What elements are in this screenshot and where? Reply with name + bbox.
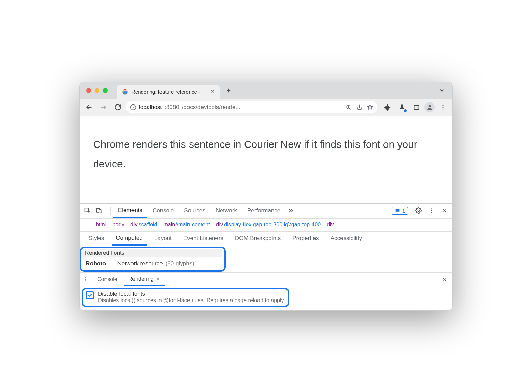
subtab-dom-breakpoints[interactable]: DOM Breakpoints bbox=[231, 231, 285, 246]
device-toolbar-icon[interactable] bbox=[94, 206, 104, 216]
tab-elements[interactable]: Elements bbox=[113, 203, 147, 218]
drawer-close-icon[interactable] bbox=[442, 277, 447, 282]
tab-performance[interactable]: Performance bbox=[242, 203, 285, 218]
breadcrumb-item[interactable]: div.scaffold bbox=[130, 222, 157, 228]
subtab-accessibility[interactable]: Accessibility bbox=[326, 231, 366, 246]
url-port: :8080 bbox=[165, 104, 179, 111]
url-host: localhost bbox=[139, 104, 162, 111]
subtab-properties[interactable]: Properties bbox=[288, 231, 323, 246]
font-source: Network resource bbox=[117, 260, 163, 267]
svg-point-8 bbox=[443, 109, 444, 110]
svg-point-18 bbox=[85, 280, 86, 281]
svg-rect-11 bbox=[99, 210, 101, 213]
svg-point-17 bbox=[85, 279, 86, 280]
devtools-settings-icon[interactable] bbox=[414, 206, 424, 216]
browser-tab[interactable]: Rendering: feature reference - bbox=[117, 85, 220, 99]
side-panel-icon[interactable] bbox=[410, 101, 422, 113]
breadcrumb-item[interactable]: div. bbox=[327, 222, 335, 228]
svg-point-5 bbox=[429, 105, 431, 107]
svg-point-13 bbox=[431, 208, 432, 209]
highlight-annotation: Disable local fonts Disables local() sou… bbox=[82, 288, 289, 307]
issues-count: 1 bbox=[402, 208, 405, 214]
tab-network[interactable]: Network bbox=[211, 203, 242, 218]
subtab-event-listeners[interactable]: Event Listeners bbox=[179, 231, 227, 246]
breadcrumb-item[interactable]: html bbox=[96, 222, 106, 227]
font-glyphs: (80 glyphs) bbox=[166, 260, 194, 267]
tab-sources[interactable]: Sources bbox=[179, 203, 210, 218]
devtools-menu-icon[interactable] bbox=[426, 206, 437, 216]
browser-window: Rendering: feature reference - localhost… bbox=[79, 82, 453, 311]
forward-button[interactable] bbox=[97, 101, 110, 113]
devtools-panel: Elements Console Sources Network Perform… bbox=[80, 203, 452, 310]
option-title: Disable local fonts bbox=[98, 291, 285, 297]
svg-point-6 bbox=[443, 105, 444, 106]
drawer-menu-icon[interactable] bbox=[83, 277, 88, 282]
tab-title: Rendering: feature reference - bbox=[131, 89, 207, 95]
bookmark-star-icon[interactable] bbox=[367, 104, 373, 110]
breadcrumb-item[interactable]: body bbox=[112, 222, 124, 227]
tab-strip: Rendering: feature reference - bbox=[80, 82, 452, 99]
site-info-icon[interactable] bbox=[130, 104, 136, 110]
subtab-computed[interactable]: Computed bbox=[112, 231, 146, 246]
rendered-fonts-title: Rendered Fonts bbox=[82, 249, 222, 257]
inspect-element-icon[interactable] bbox=[82, 206, 93, 216]
drawer-tab-console[interactable]: Console bbox=[93, 272, 122, 286]
chrome-favicon-icon bbox=[122, 89, 128, 95]
breadcrumb-overflow-right[interactable]: ⋯ bbox=[341, 222, 347, 228]
share-icon[interactable] bbox=[356, 104, 362, 110]
svg-point-1 bbox=[124, 91, 126, 93]
reload-button[interactable] bbox=[112, 101, 124, 113]
zoom-icon[interactable] bbox=[346, 104, 352, 110]
font-name: Roboto bbox=[86, 260, 106, 267]
svg-rect-4 bbox=[414, 105, 419, 110]
svg-point-7 bbox=[443, 107, 444, 108]
address-bar[interactable]: localhost:8080/docs/devtools/rende... bbox=[126, 101, 377, 113]
tab-console[interactable]: Console bbox=[148, 203, 179, 218]
maximize-window-button[interactable] bbox=[103, 88, 108, 93]
profile-avatar[interactable] bbox=[424, 102, 435, 112]
rendered-font-row: Roboto — Network resource (80 glyphs) bbox=[82, 257, 222, 270]
close-window-button[interactable] bbox=[86, 88, 91, 93]
issues-badge[interactable]: 1 bbox=[392, 207, 408, 215]
devtools-close-icon[interactable] bbox=[439, 206, 450, 216]
breadcrumb-item[interactable]: div.display-flex.gap-top-300.lg\:gap-top… bbox=[216, 222, 321, 228]
elements-subtabs: Styles Computed Layout Event Listeners D… bbox=[80, 232, 452, 246]
subtab-styles[interactable]: Styles bbox=[84, 231, 108, 246]
drawer-tabs: Console Rendering bbox=[80, 273, 452, 286]
more-tabs-icon[interactable] bbox=[286, 206, 296, 216]
chrome-menu-icon[interactable] bbox=[437, 101, 449, 113]
disable-local-fonts-checkbox[interactable] bbox=[86, 291, 94, 299]
rendered-fonts-section: Rendered Fonts Roboto — Network resource… bbox=[80, 246, 452, 273]
browser-toolbar: localhost:8080/docs/devtools/rende... bbox=[80, 99, 452, 116]
breadcrumb-item[interactable]: main#main-content bbox=[164, 222, 210, 228]
new-tab-button[interactable] bbox=[223, 85, 235, 96]
close-drawer-tab-icon[interactable] bbox=[156, 277, 160, 281]
option-description: Disables local() sources in @font-face r… bbox=[98, 297, 285, 304]
page-sentence: Chrome renders this sentence in Courier … bbox=[93, 135, 439, 173]
window-controls bbox=[86, 88, 108, 93]
svg-point-12 bbox=[418, 210, 420, 212]
labs-icon[interactable] bbox=[396, 101, 408, 113]
breadcrumb-overflow-left[interactable]: ⋯ bbox=[84, 222, 90, 228]
drawer-tab-label: Rendering bbox=[128, 276, 154, 282]
url-path: /docs/devtools/rende... bbox=[182, 104, 240, 111]
rendering-option-row: Disable local fonts Disables local() sou… bbox=[80, 286, 452, 310]
page-viewport: Chrome renders this sentence in Courier … bbox=[80, 116, 452, 203]
drawer-tab-rendering[interactable]: Rendering bbox=[124, 272, 165, 286]
minimize-window-button[interactable] bbox=[95, 88, 99, 93]
svg-point-16 bbox=[85, 277, 86, 278]
devtools-main-tabs: Elements Console Sources Network Perform… bbox=[80, 204, 452, 219]
svg-point-15 bbox=[431, 212, 432, 213]
close-tab-icon[interactable] bbox=[210, 89, 215, 94]
dom-breadcrumb[interactable]: ⋯ html body div.scaffold main#main-conte… bbox=[80, 219, 452, 232]
tab-list-chevron-icon[interactable] bbox=[439, 87, 445, 94]
svg-point-14 bbox=[431, 210, 432, 211]
subtab-layout[interactable]: Layout bbox=[150, 231, 176, 246]
back-button[interactable] bbox=[83, 101, 95, 113]
extensions-icon[interactable] bbox=[381, 101, 394, 113]
highlight-annotation: Rendered Fonts Roboto — Network resource… bbox=[80, 247, 226, 272]
